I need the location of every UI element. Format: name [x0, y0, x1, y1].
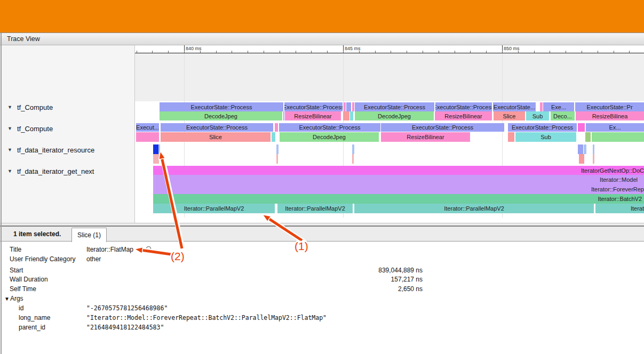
- arg-row-long-name: long_name "Iterator::Model::ForeverRepea…: [0, 313, 644, 322]
- timeline-slice[interactable]: [584, 144, 586, 154]
- minor-tick: [296, 51, 296, 53]
- timeline-slice[interactable]: ResizeBilinear: [435, 111, 492, 120]
- minor-tick: [232, 51, 232, 53]
- timeline-slice[interactable]: [579, 154, 584, 164]
- timeline-slice[interactable]: Iterat: [595, 204, 644, 213]
- timeline-slice[interactable]: ExecutorState::Process: [284, 102, 343, 111]
- timeline-slice[interactable]: [508, 132, 514, 142]
- timeline-slice[interactable]: ResizeBilinear: [381, 132, 470, 142]
- timeline-slice[interactable]: ResizeBilinea: [576, 111, 644, 120]
- timeline-slice[interactable]: [153, 154, 159, 164]
- timeline-slice[interactable]: ExecutorState::Process: [508, 123, 577, 132]
- args-header[interactable]: ▼Args: [4, 295, 23, 302]
- track-label-text: tf_Compute: [17, 125, 53, 133]
- field-value-self-time: 2,650 ns: [86, 285, 423, 293]
- timeline-slice[interactable]: [343, 111, 349, 120]
- timeline-slice[interactable]: DecodeJpeg: [355, 111, 434, 120]
- field-value-category: other: [86, 255, 101, 263]
- timeline-slice[interactable]: [578, 123, 585, 132]
- detail-row-start: Start 839,044,889 ns: [0, 266, 644, 275]
- collapse-triangle-icon[interactable]: ▼: [7, 168, 12, 174]
- timeline-slice[interactable]: ResizeBilinear: [285, 111, 341, 120]
- browser-chrome-bar: [0, 0, 644, 33]
- timeline-slice[interactable]: [158, 144, 160, 154]
- arg-value-long-name: "Iterator::Model::ForeverRepeat::BatchV2…: [86, 314, 327, 321]
- track-label[interactable]: ▼tf_data_iterator_resource: [7, 145, 94, 155]
- timeline-slice[interactable]: Iterator::ParallelMapV2: [277, 204, 353, 213]
- minor-tick: [343, 51, 344, 53]
- detail-row-self-time: Self Time 2,650 ns: [0, 284, 644, 293]
- timeline-slice[interactable]: Slice: [494, 111, 525, 120]
- timeline-slice[interactable]: Iterator::ParallelMapV2: [153, 204, 275, 213]
- timeline-slice[interactable]: ExecutorState::Process: [381, 123, 504, 132]
- timeline-slice[interactable]: [346, 102, 351, 111]
- timeline-slice[interactable]: [593, 154, 594, 164]
- timeline-slice[interactable]: [276, 154, 278, 164]
- collapse-triangle-icon[interactable]: ▼: [7, 104, 12, 110]
- minor-tick: [534, 51, 535, 53]
- timeline-slice[interactable]: Ex...: [586, 123, 644, 132]
- minor-tick: [200, 51, 201, 53]
- timeline-slice[interactable]: [272, 132, 275, 142]
- timeline-slice[interactable]: Iterator::ParallelMapV2: [354, 204, 594, 213]
- timeline-slice[interactable]: [585, 132, 591, 142]
- track-label[interactable]: ▼tf_Compute: [7, 102, 53, 112]
- timeline-slice[interactable]: [352, 144, 354, 154]
- timeline-slice[interactable]: [592, 132, 644, 142]
- arg-value-parent-id: "2164849418122484583": [86, 324, 164, 331]
- timeline-slice[interactable]: ExecutorState::Process: [279, 123, 380, 132]
- minor-tick: [629, 51, 630, 53]
- timeline-slice[interactable]: ExecutorState::Process: [355, 102, 434, 111]
- collapse-triangle-icon[interactable]: ▼: [7, 126, 12, 131]
- track-label[interactable]: ▼tf_Compute: [7, 124, 53, 133]
- timeline-slice[interactable]: Exe...: [543, 102, 574, 111]
- tick-label: 840 ms: [184, 46, 202, 51]
- timeline-slice[interactable]: Deco...: [551, 111, 575, 120]
- collapse-triangle-icon[interactable]: ▼: [7, 147, 12, 152]
- minor-tick: [518, 51, 519, 53]
- timeline-slice[interactable]: [136, 132, 159, 142]
- timeline-slice[interactable]: [350, 111, 353, 120]
- timeline-slice[interactable]: ExecutorState::Process: [161, 123, 273, 132]
- minor-tick: [502, 51, 503, 53]
- timeline-slice[interactable]: ExecutorState::Process: [435, 102, 492, 111]
- timeline-slice[interactable]: [344, 102, 346, 111]
- minor-tick: [486, 51, 487, 53]
- timeline-slice[interactable]: [540, 102, 543, 111]
- timeline-slice[interactable]: Execut...: [136, 123, 159, 132]
- timeline-slice[interactable]: Iterator::Model: [153, 175, 644, 184]
- timeline-slice[interactable]: ExecutorState::Process: [160, 102, 283, 111]
- minor-tick: [439, 51, 439, 53]
- timeline-slice[interactable]: Sub: [515, 132, 576, 142]
- timeline-slice[interactable]: [593, 144, 594, 154]
- minor-tick: [152, 51, 153, 53]
- timeline-slice[interactable]: [153, 144, 158, 154]
- timeline-slice[interactable]: [352, 154, 354, 164]
- timeline-slice[interactable]: [276, 144, 279, 154]
- timeline-slice[interactable]: ExecutorState::Pr: [575, 102, 644, 111]
- timeline-slice[interactable]: Sub: [526, 111, 549, 120]
- timeline-slice[interactable]: [275, 123, 278, 132]
- arg-label: parent_id: [19, 324, 45, 331]
- timeline-slice[interactable]: ExecutorState...: [493, 102, 536, 111]
- panel-splitter[interactable]: [0, 223, 644, 227]
- timeline-slice[interactable]: DecodeJpeg: [280, 132, 379, 142]
- timeline-slice[interactable]: [352, 102, 354, 111]
- track-label-panel: ▼tf_Compute▼tf_Compute▼tf_data_iterator_…: [0, 45, 135, 223]
- track-label-text: tf_data_iterator_get_next: [17, 167, 94, 175]
- timeline-slice[interactable]: DecodeJpeg: [160, 111, 282, 120]
- track-label[interactable]: ▼tf_data_iterator_get_next: [7, 166, 94, 176]
- tab-slice[interactable]: Slice (1): [71, 228, 107, 242]
- timeline-canvas[interactable]: 840 ms845 ms850 ms ExecutorState::Proces…: [135, 45, 644, 223]
- collapse-triangle-icon[interactable]: ▼: [4, 296, 10, 302]
- timeline-slice[interactable]: Iterator::BatchV2: [153, 194, 644, 204]
- timeline-slice[interactable]: Iterator::ForeverRep: [153, 184, 644, 194]
- timeline-slice[interactable]: Slice: [161, 132, 271, 142]
- timeline-slice[interactable]: IteratorGetNextOp::DoC: [153, 166, 644, 175]
- time-ruler[interactable]: 840 ms845 ms850 ms: [135, 45, 644, 53]
- timeline-slice[interactable]: [578, 144, 583, 154]
- arg-label: id: [19, 304, 23, 312]
- trace-area: ▼tf_Compute▼tf_Compute▼tf_data_iterator_…: [0, 45, 644, 223]
- timeline-slice[interactable]: [283, 111, 284, 120]
- args-header-row[interactable]: ▼Args: [0, 294, 644, 303]
